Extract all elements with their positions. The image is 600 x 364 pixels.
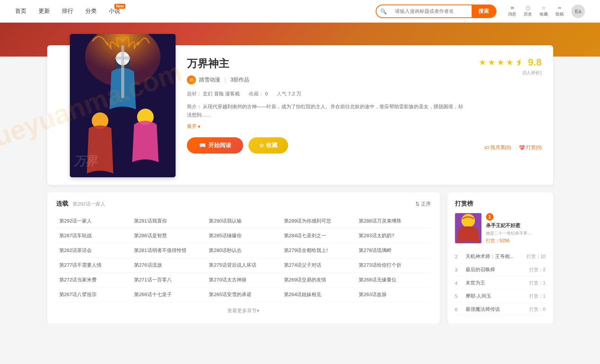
nav-update[interactable]: 更新: [39, 8, 50, 15]
chapter-item[interactable]: 第285话锤爆你: [206, 229, 281, 243]
summary-text: 从现代穿越到南州的古神——叶辰，成为了怡红院的主人。并在前往北狄的途中，签应帮助…: [187, 104, 463, 118]
submit-label: 投稿: [555, 11, 564, 17]
reward-top-cover: [455, 213, 481, 243]
collect-icon-item[interactable]: ☆ 收藏: [540, 6, 548, 17]
summary-label: 简介：: [187, 104, 202, 109]
collect-text-label: 收藏：: [249, 91, 264, 97]
reward-manga-name[interactable]: 摩耶·人间玉: [466, 293, 526, 299]
reward-manga-name[interactable]: 天机神术师：王爷相...: [466, 253, 524, 260]
rank-number: 2: [455, 254, 463, 260]
reward-manga-name[interactable]: 最后的召唤师: [466, 266, 526, 273]
expand-button[interactable]: 展开 ▾: [187, 123, 468, 130]
chapter-item[interactable]: 第266话十七皇子: [131, 287, 206, 302]
reward-manga-name[interactable]: 末世为王: [466, 280, 526, 286]
chapter-item[interactable]: 第276话流放: [131, 258, 206, 273]
stars-row: ★ ★ ★ ★ ⯨ 9.8: [479, 57, 541, 68]
chapter-item[interactable]: 第289话为你感到可悲: [281, 214, 356, 229]
manga-summary: 简介： 从现代穿越到南州的古神——叶辰，成为了怡红院的主人。并在前往北狄的途中，…: [187, 103, 468, 119]
serial-title: 连载: [56, 200, 68, 207]
chapter-item[interactable]: 第263话血脉: [356, 287, 430, 302]
message-icon-item[interactable]: ✉ 消息: [508, 6, 516, 17]
header-icons: ✉ 消息 🕐 历史 ☆ 收藏 ✏ 投稿 Ea: [508, 5, 585, 18]
star-3[interactable]: ★: [497, 58, 504, 68]
chapter-item[interactable]: 第282话茶话会: [56, 243, 131, 258]
bottom-actions: 🏷 投月票(0) 💝 打赏(0): [479, 144, 541, 151]
reward-manga-name[interactable]: 最强魔法师传说: [466, 306, 526, 313]
reward-count: 打赏：2: [529, 267, 546, 273]
star-5-half[interactable]: ⯨: [515, 58, 523, 68]
cover-watermark-text: 万界: [74, 153, 96, 170]
serial-title-group: 连载 第292话一家人: [56, 200, 106, 208]
sort-button[interactable]: ⇅ 正序: [415, 201, 431, 207]
reward-count: 打赏：0: [529, 306, 546, 313]
chapter-item[interactable]: 第265话安雪的承诺: [206, 287, 281, 302]
star-1[interactable]: ★: [479, 58, 486, 68]
search-button[interactable]: 搜索: [472, 5, 496, 17]
chapter-item[interactable]: 第287话车轮战: [56, 229, 131, 243]
reward-list-item: 6 最强魔法师传说 打赏：0: [455, 303, 546, 316]
reward-top-title[interactable]: 杀手王妃不好惹: [486, 222, 546, 229]
chapter-item[interactable]: 第273话给你打个折: [356, 258, 430, 273]
chapter-item[interactable]: 第275话背后说人坏话: [206, 258, 281, 273]
nav-category[interactable]: 分类: [85, 8, 97, 15]
chapter-item[interactable]: 第290话我认输: [206, 214, 281, 229]
chapter-item[interactable]: 第284话七圣剑之一: [281, 229, 356, 243]
chapter-item[interactable]: 第264话姐妹相见: [281, 287, 356, 302]
submit-icon: ✏: [558, 6, 561, 11]
chevron-down-icon: ▾: [198, 124, 201, 129]
search-bar: 🔍 搜索: [376, 5, 497, 18]
chapter-item[interactable]: 第288话万灵束缚阵: [356, 214, 430, 229]
chapter-item[interactable]: 第291话我置你: [131, 214, 206, 229]
chapter-item[interactable]: 第277话不需要人情: [56, 258, 131, 273]
history-icon-item[interactable]: 🕐 历史: [524, 6, 532, 17]
tags-value: 玄幻 冒险 漫客栈: [203, 91, 240, 97]
chapter-item[interactable]: 第286话是智慧: [131, 229, 206, 243]
manga-cover: 万界: [70, 34, 176, 177]
collect-count: 0: [265, 91, 268, 97]
reward-count: 打赏：1: [529, 293, 546, 299]
collect-button[interactable]: ☆ 收藏: [248, 137, 288, 154]
user-avatar[interactable]: Ea: [571, 5, 585, 18]
rank-number: 3: [455, 267, 463, 273]
reward-action-button[interactable]: 💝 打赏(0): [519, 144, 542, 151]
tags-label: 题材：: [187, 91, 202, 97]
chapter-item[interactable]: 第281话弱者不值得怜惜: [131, 243, 206, 258]
nav-rank[interactable]: 排行: [62, 8, 73, 15]
chapter-item[interactable]: 第270话太古神脉: [206, 273, 281, 287]
nav-home[interactable]: 首页: [15, 8, 26, 15]
chapter-item[interactable]: 第271话一百零八: [131, 273, 206, 287]
reward-section: 打赏榜 1 杀手王妃不好惹 她是二十一世: [447, 192, 553, 324]
star-4[interactable]: ★: [506, 58, 514, 68]
reward-top-amount: 打赏：5256: [486, 238, 546, 244]
chapter-item[interactable]: 第278话琉璃畔: [356, 243, 430, 258]
reward-count: 打赏：1: [529, 280, 546, 286]
read-button[interactable]: 📖 开始阅读: [187, 137, 243, 154]
star-2[interactable]: ★: [488, 58, 495, 68]
svg-rect-6: [121, 45, 124, 98]
vote-button[interactable]: 🏷 投月票(0): [484, 144, 511, 151]
chapter-item[interactable]: 第280话秒认怂: [206, 243, 281, 258]
reward-top-item: 1 杀手王妃不好惹 她是二十一世纪杀手界.... 打赏：5256: [455, 213, 546, 244]
history-icon: 🕐: [525, 6, 531, 11]
lower-section: 连载 第292话一家人 ⇅ 正序 第292话一家人第291话我置你第290话我认…: [47, 192, 553, 324]
chapter-item[interactable]: 第274话父子对话: [281, 258, 356, 273]
chapter-item[interactable]: 第268话无缘量位: [356, 273, 430, 287]
chapter-item[interactable]: 第279话全都给我上!: [281, 243, 356, 258]
author-name[interactable]: 踏雪动漫: [199, 77, 220, 83]
reward-list: 2 天机神术师：王爷相... 打赏：10 3 最后的召唤师 打赏：2 4 末世为…: [455, 250, 546, 316]
sort-icon: ⇅: [415, 201, 420, 207]
reward-icon: 💝: [519, 145, 525, 151]
chapter-item[interactable]: 第272话当家米费: [56, 273, 131, 287]
chapter-item[interactable]: 第267话八擘祖宗: [56, 287, 131, 302]
nav-novel[interactable]: 小说 New: [109, 8, 120, 15]
chapter-item[interactable]: 第283话太奶奶?: [356, 229, 430, 243]
chapter-item[interactable]: 第269话交易的友情: [281, 273, 356, 287]
star-collect-icon: ☆: [259, 142, 264, 149]
svg-point-9: [461, 214, 475, 227]
history-label: 历史: [524, 11, 532, 17]
book-icon: 📖: [199, 142, 206, 149]
view-more-button[interactable]: 查看更多章节▾: [56, 307, 431, 314]
submit-icon-item[interactable]: ✏ 投稿: [555, 6, 564, 17]
search-input[interactable]: [390, 6, 472, 16]
chapter-item[interactable]: 第292话一家人: [56, 214, 131, 229]
